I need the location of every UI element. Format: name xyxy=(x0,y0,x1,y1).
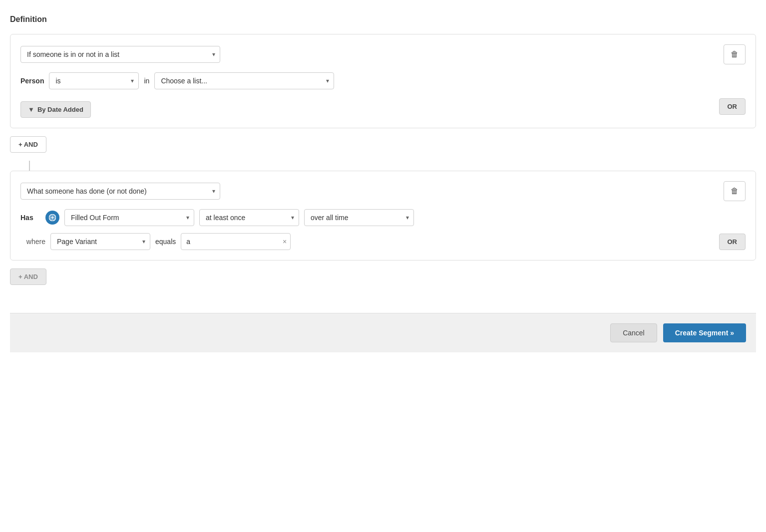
or-button-1[interactable]: OR xyxy=(719,98,746,115)
where-label: where xyxy=(20,238,45,246)
or-button-2[interactable]: OR xyxy=(719,234,746,250)
frequency-select-wrapper: at least once zero times exactly at leas… xyxy=(199,209,299,226)
clear-input-button[interactable]: × xyxy=(283,238,287,245)
footer-bar: Cancel Create Segment » xyxy=(10,313,756,352)
by-date-added-button[interactable]: ▼ By Date Added xyxy=(20,101,91,118)
delete-block-2-button[interactable]: 🗑 xyxy=(724,181,746,201)
close-icon: × xyxy=(283,238,287,246)
create-segment-button[interactable]: Create Segment » xyxy=(663,323,746,342)
condition-block-1: If someone is in or not in a list What s… xyxy=(10,34,756,128)
time-select[interactable]: over all time in the last before after b… xyxy=(304,209,414,226)
page-variant-select[interactable]: Page Variant URL Form Name xyxy=(50,233,150,250)
where-row: where Page Variant URL Form Name equals … xyxy=(20,233,746,250)
main-select-wrapper-2: If someone is in or not in a list What s… xyxy=(20,183,220,200)
list-select[interactable]: Choose a list... xyxy=(154,72,334,89)
time-select-wrapper: over all time in the last before after b… xyxy=(304,209,414,226)
page-variant-select-wrapper: Page Variant URL Form Name xyxy=(50,233,150,250)
condition-block-2: If someone is in or not in a list What s… xyxy=(10,171,756,261)
block1-bottom-row: ▼ By Date Added OR xyxy=(20,95,746,118)
has-label: Has xyxy=(20,214,40,222)
action-select[interactable]: Filled Out Form Clicked Email Opened Ema… xyxy=(64,209,194,226)
text-input-wrapper: × xyxy=(181,233,291,250)
form-icon xyxy=(45,211,59,225)
and-button-2[interactable]: + AND xyxy=(10,268,46,285)
cancel-button[interactable]: Cancel xyxy=(610,323,657,342)
equals-label: equals xyxy=(155,238,176,246)
has-row: Has Filled Out Form Clicked Email Opened… xyxy=(20,209,746,226)
trash-icon-2: 🗑 xyxy=(731,187,739,196)
main-select-wrapper-1: If someone is in or not in a list What s… xyxy=(20,46,220,63)
list-select-wrapper: Choose a list... xyxy=(154,72,334,89)
filter-icon: ▼ xyxy=(28,106,34,113)
trash-icon: 🗑 xyxy=(731,50,739,59)
condition-type-select-2[interactable]: If someone is in or not in a list What s… xyxy=(20,183,220,200)
person-row: Person is is not in Choose a list... xyxy=(20,72,746,89)
is-select[interactable]: is is not xyxy=(49,72,139,89)
filter-btn-label: By Date Added xyxy=(37,106,83,113)
action-select-wrapper: Filled Out Form Clicked Email Opened Ema… xyxy=(64,209,194,226)
and-button-1[interactable]: + AND xyxy=(10,136,46,153)
condition-header-2: If someone is in or not in a list What s… xyxy=(20,181,746,201)
condition-type-select-1[interactable]: If someone is in or not in a list What s… xyxy=(20,46,220,63)
frequency-select[interactable]: at least once zero times exactly at leas… xyxy=(199,209,299,226)
condition-header-1: If someone is in or not in a list What s… xyxy=(20,44,746,64)
page-title: Definition xyxy=(10,15,756,24)
is-select-wrapper: is is not xyxy=(49,72,139,89)
connector-line xyxy=(29,161,30,171)
equals-text-input[interactable] xyxy=(181,233,291,250)
person-label: Person xyxy=(20,77,44,85)
delete-block-1-button[interactable]: 🗑 xyxy=(724,44,746,64)
in-label: in xyxy=(144,77,149,85)
